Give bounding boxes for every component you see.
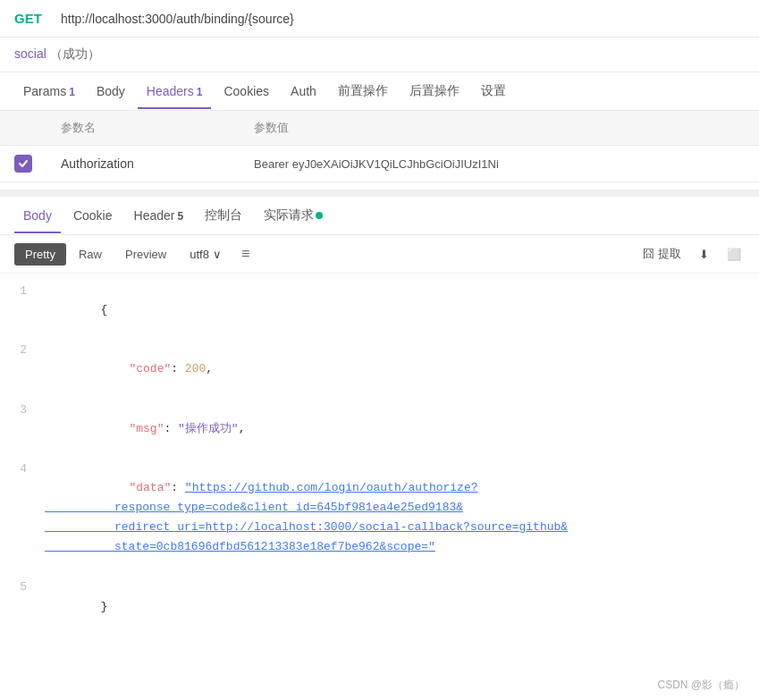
toolbar-right: 囧 提取 ⬇ ⬜ xyxy=(639,242,745,266)
param-value-cell: Bearer eyJ0eXAiOiJKV1QiLCJhbGciOiJIUzI1N… xyxy=(240,146,759,182)
res-tab-header[interactable]: Header5 xyxy=(125,198,193,233)
response-body: 1 { 2 "code": 200, 3 "msg": "操作成功", 4 "d… xyxy=(0,274,759,644)
authorization-param-value: Bearer eyJ0eXAiOiJKV1QiLCJhbGciOiJIUzI1N… xyxy=(254,157,499,171)
filter-icon[interactable]: ≡ xyxy=(238,242,253,266)
response-section: Body Cookie Header5 控制台 实际请求 Pretty Raw … xyxy=(0,190,759,644)
http-method: GET xyxy=(14,11,50,26)
line-content-1: { xyxy=(45,281,759,340)
checkbox-col-header xyxy=(0,111,46,146)
encoding-value: utf8 xyxy=(190,248,209,261)
status-bar: social （成功） xyxy=(0,38,759,72)
res-tab-cookie[interactable]: Cookie xyxy=(64,198,122,233)
copy-icon: ⬜ xyxy=(727,248,741,261)
copy-button[interactable]: ⬜ xyxy=(723,244,745,265)
row-checkbox-cell[interactable] xyxy=(0,146,46,182)
authorization-param-name: Authorization xyxy=(61,156,134,171)
footer-text: CSDN @影（瘾） xyxy=(657,679,745,691)
pretty-btn[interactable]: Pretty xyxy=(14,243,66,266)
status-parenthetical: （成功） xyxy=(50,46,100,61)
download-button[interactable]: ⬇ xyxy=(696,244,713,265)
tab-params[interactable]: Params1 xyxy=(14,73,84,109)
headers-table-header-row: 参数名 参数值 xyxy=(0,111,759,146)
preview-btn[interactable]: Preview xyxy=(114,243,177,266)
actual-dot-badge xyxy=(316,212,323,219)
url-bar: GET http://localhost:3000/auth/binding/{… xyxy=(0,0,759,38)
tab-body[interactable]: Body xyxy=(88,73,134,109)
encoding-select[interactable]: utf8 ∨ xyxy=(182,244,229,265)
line-content-5: } xyxy=(45,577,759,636)
line-number-3: 3 xyxy=(0,400,45,420)
footer: CSDN @影（瘾） xyxy=(657,678,745,693)
code-line-4: 4 "data": "https://github.com/login/oaut… xyxy=(0,459,759,578)
code-line-2: 2 "code": 200, xyxy=(0,340,759,399)
extract-label: 提取 xyxy=(658,246,681,262)
table-row: Authorization Bearer eyJ0eXAiOiJKV1QiLCJ… xyxy=(0,146,759,182)
extract-icon: 囧 xyxy=(643,246,654,262)
chevron-down-icon: ∨ xyxy=(213,248,222,261)
res-toolbar: Pretty Raw Preview utf8 ∨ ≡ 囧 提取 ⬇ ⬜ xyxy=(0,235,759,274)
tab-settings[interactable]: 设置 xyxy=(472,72,515,110)
tab-headers[interactable]: Headers1 xyxy=(138,73,212,109)
headers-table: 参数名 参数值 Authorization Bearer eyJ0eXAiOiJ… xyxy=(0,111,759,182)
param-value-col-header: 参数值 xyxy=(240,111,759,146)
request-url: http://localhost:3000/auth/binding/{sour… xyxy=(61,12,294,26)
code-line-3: 3 "msg": "操作成功", xyxy=(0,400,759,459)
raw-btn[interactable]: Raw xyxy=(68,243,113,266)
tab-pre-action[interactable]: 前置操作 xyxy=(329,72,397,110)
tab-auth[interactable]: Auth xyxy=(282,73,325,109)
res-tab-console[interactable]: 控制台 xyxy=(196,197,251,234)
code-line-5: 5 } xyxy=(0,577,759,636)
line-content-2: "code": 200, xyxy=(45,340,759,399)
res-tab-actual[interactable]: 实际请求 xyxy=(255,197,332,234)
extract-button[interactable]: 囧 提取 xyxy=(639,242,685,266)
line-number-2: 2 xyxy=(0,340,45,360)
request-tabs: Params1 Body Headers1 Cookies Auth 前置操作 … xyxy=(0,72,759,111)
tab-cookies[interactable]: Cookies xyxy=(215,73,278,109)
line-content-4: "data": "https://github.com/login/oauth/… xyxy=(45,459,759,578)
line-number-5: 5 xyxy=(0,577,45,597)
line-number-4: 4 xyxy=(0,459,45,479)
res-tab-body[interactable]: Body xyxy=(14,198,61,233)
status-social: social xyxy=(14,46,46,61)
download-icon: ⬇ xyxy=(699,248,709,261)
param-name-col-header: 参数名 xyxy=(46,111,240,146)
param-name-cell: Authorization xyxy=(46,146,240,182)
response-tabs: Body Cookie Header5 控制台 实际请求 xyxy=(0,197,759,235)
code-line-1: 1 { xyxy=(0,281,759,340)
line-content-3: "msg": "操作成功", xyxy=(45,400,759,459)
tab-post-action[interactable]: 后置操作 xyxy=(401,72,468,110)
checkbox-checked[interactable] xyxy=(14,155,32,173)
line-number-1: 1 xyxy=(0,281,45,301)
